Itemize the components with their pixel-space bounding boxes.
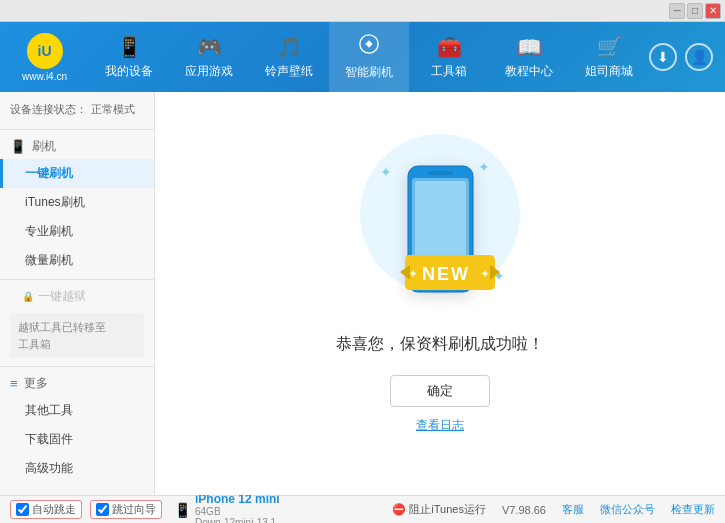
- svg-text:✦: ✦: [408, 267, 418, 281]
- nav-label-shop: 姐司商城: [585, 63, 633, 80]
- check-update-link[interactable]: 检查更新: [671, 502, 715, 517]
- stop-itunes-label: 阻止iTunes运行: [409, 502, 486, 517]
- phone-wrapper: ✦ ✦ ✦: [370, 154, 510, 314]
- sidebar-note-jailbreak: 越狱工具已转移至工具箱: [10, 313, 144, 358]
- logo-icon: iU: [27, 33, 63, 69]
- auto-jump-checkbox[interactable]: [16, 503, 29, 516]
- nav-actions: ⬇ 👤: [649, 43, 725, 71]
- version-label: V7.98.66: [502, 504, 546, 516]
- svg-rect-3: [428, 171, 453, 175]
- minimize-btn[interactable]: ─: [669, 3, 685, 19]
- sidebar-item-itunes-flash[interactable]: iTunes刷机: [0, 188, 154, 217]
- sparkle-1: ✦: [380, 164, 392, 180]
- user-button[interactable]: 👤: [685, 43, 713, 71]
- sidebar-item-advanced[interactable]: 高级功能: [0, 454, 154, 483]
- sidebar-item-download-firmware[interactable]: 下载固件: [0, 425, 154, 454]
- stop-icon: ⛔: [392, 503, 406, 516]
- nav-label-tutorial: 教程中心: [505, 63, 553, 80]
- bottom-right: ⛔ 阻止iTunes运行 V7.98.66 客服 微信公众号 检查更新: [392, 502, 715, 517]
- sidebar-divider-2: [0, 279, 154, 280]
- nav-label-smart-flash: 智能刷机: [345, 64, 393, 81]
- auto-jump-checkbox-label[interactable]: 自动跳走: [10, 500, 82, 519]
- more-section-label: 更多: [24, 375, 48, 392]
- auto-jump-label: 自动跳走: [32, 502, 76, 517]
- wechat-public-link[interactable]: 微信公众号: [600, 502, 655, 517]
- svg-text:NEW: NEW: [422, 264, 470, 284]
- success-message: 恭喜您，保资料刷机成功啦！: [336, 334, 544, 355]
- skip-wizard-checkbox[interactable]: [96, 503, 109, 516]
- toolbox-icon: 🧰: [437, 35, 462, 59]
- device-capacity: 64GB: [195, 506, 280, 517]
- download-button[interactable]: ⬇: [649, 43, 677, 71]
- device-icon: 📱: [174, 502, 191, 518]
- sidebar-section-flash: 📱 刷机: [0, 134, 154, 159]
- sidebar-section-more: ≡ 更多: [0, 371, 154, 396]
- title-bar: ─ □ ✕: [0, 0, 725, 22]
- shop-icon: 🛒: [597, 35, 622, 59]
- skip-wizard-label: 跳过向导: [112, 502, 156, 517]
- new-badge: ✦ NEW ✦: [400, 250, 500, 304]
- device-info: iPhone 12 mini 64GB Down-12mini-13,1: [195, 492, 280, 524]
- more-section-icon: ≡: [10, 376, 18, 391]
- sparkle-2: ✦: [478, 159, 490, 175]
- logo-text: www.i4.cn: [22, 71, 67, 82]
- tutorial-icon: 📖: [517, 35, 542, 59]
- nav-label-my-device: 我的设备: [105, 63, 153, 80]
- flash-section-icon: 📱: [10, 139, 26, 154]
- nav-item-apps-games[interactable]: 🎮 应用游戏: [169, 22, 249, 92]
- jailbreak-label: 一键越狱: [38, 288, 86, 305]
- svg-text:✦: ✦: [480, 267, 490, 281]
- nav-item-ringtones[interactable]: 🎵 铃声壁纸: [249, 22, 329, 92]
- nav-item-my-device[interactable]: 📱 我的设备: [89, 22, 169, 92]
- ringtones-icon: 🎵: [277, 35, 302, 59]
- sidebar-item-jailbreak-disabled: 🔒 一键越狱: [0, 284, 154, 309]
- stop-itunes-btn[interactable]: ⛔ 阻止iTunes运行: [392, 502, 486, 517]
- close-btn[interactable]: ✕: [705, 3, 721, 19]
- sidebar-divider-3: [0, 366, 154, 367]
- my-device-icon: 📱: [117, 35, 142, 59]
- device-info-area: 📱 iPhone 12 mini 64GB Down-12mini-13,1: [174, 492, 280, 524]
- sidebar-item-one-key-flash[interactable]: 一键刷机: [0, 159, 154, 188]
- smart-flash-icon: [358, 33, 380, 60]
- flash-section-label: 刷机: [32, 138, 56, 155]
- nav-item-tutorial[interactable]: 📖 教程中心: [489, 22, 569, 92]
- illustration: ✦ ✦ ✦: [370, 154, 510, 314]
- sidebar: 设备连接状态： 正常模式 📱 刷机 一键刷机 iTunes刷机 专业刷机 微量刷…: [0, 92, 155, 495]
- device-firmware: Down-12mini-13,1: [195, 517, 280, 524]
- skip-wizard-checkbox-label[interactable]: 跳过向导: [90, 500, 162, 519]
- customer-service-link[interactable]: 客服: [562, 502, 584, 517]
- nav-item-smart-flash[interactable]: 智能刷机: [329, 22, 409, 92]
- retry-link[interactable]: 查看日志: [416, 417, 464, 434]
- nav-label-toolbox: 工具箱: [431, 63, 467, 80]
- nav-item-shop[interactable]: 🛒 姐司商城: [569, 22, 649, 92]
- confirm-button[interactable]: 确定: [390, 375, 490, 407]
- nav-item-toolbox[interactable]: 🧰 工具箱: [409, 22, 489, 92]
- status-label: 设备连接状态：: [10, 102, 87, 117]
- connection-status: 设备连接状态： 正常模式: [0, 98, 154, 125]
- nav-label-ringtones: 铃声壁纸: [265, 63, 313, 80]
- nav-items: 📱 我的设备 🎮 应用游戏 🎵 铃声壁纸 智能刷机 🧰 工具箱: [89, 22, 649, 92]
- nav-label-apps-games: 应用游戏: [185, 63, 233, 80]
- sidebar-item-other-tools[interactable]: 其他工具: [0, 396, 154, 425]
- main-area: 设备连接状态： 正常模式 📱 刷机 一键刷机 iTunes刷机 专业刷机 微量刷…: [0, 92, 725, 495]
- bottom-left: 自动跳走 跳过向导 📱 iPhone 12 mini 64GB Down-12m…: [10, 492, 384, 524]
- apps-games-icon: 🎮: [197, 35, 222, 59]
- header: iU www.i4.cn 📱 我的设备 🎮 应用游戏 🎵 铃声壁纸: [0, 22, 725, 92]
- bottom-bar: 自动跳走 跳过向导 📱 iPhone 12 mini 64GB Down-12m…: [0, 495, 725, 523]
- sidebar-item-micro-flash[interactable]: 微量刷机: [0, 246, 154, 275]
- ribbon-svg: ✦ NEW ✦: [400, 250, 500, 300]
- maximize-btn[interactable]: □: [687, 3, 703, 19]
- sidebar-divider-1: [0, 129, 154, 130]
- status-value: 正常模式: [91, 102, 135, 117]
- logo-area[interactable]: iU www.i4.cn: [0, 25, 89, 90]
- sidebar-item-pro-flash[interactable]: 专业刷机: [0, 217, 154, 246]
- content-area: ✦ ✦ ✦: [155, 92, 725, 495]
